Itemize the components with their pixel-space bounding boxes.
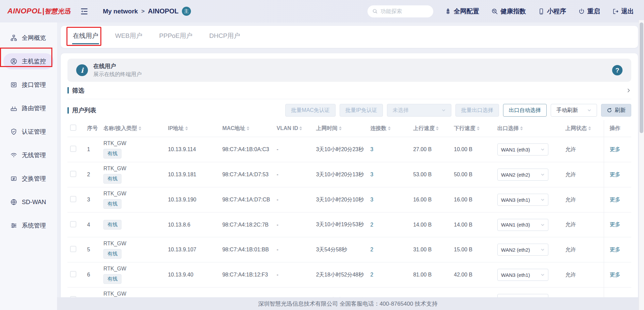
sidebar-item-host-monitor[interactable]: 主机监控 — [3, 53, 54, 69]
column-header[interactable]: 上网状态 — [563, 120, 604, 137]
chevron-down-icon — [541, 248, 545, 252]
logout-button[interactable]: 退出 — [612, 7, 634, 16]
refresh-button[interactable]: 刷新 — [601, 104, 631, 117]
refresh-icon — [607, 108, 612, 113]
batch-mac-auth-button[interactable]: 批量MAC免认证 — [285, 104, 336, 117]
sort-carets-icon[interactable] — [388, 126, 391, 130]
sort-carets-icon[interactable] — [247, 126, 249, 130]
auto-egress-button[interactable]: 出口自动选择 — [503, 104, 547, 117]
logout-label: 退出 — [621, 7, 634, 16]
tab-web-users[interactable]: WEB用户 — [114, 29, 143, 44]
sidebar-item-switch-mgmt[interactable]: 交换管理 — [3, 171, 54, 187]
device-name: RTK_GW — [103, 191, 162, 197]
egress-select[interactable]: WAN1 (eth3) — [497, 143, 548, 156]
cell-index: 6 — [85, 262, 101, 288]
connections-link[interactable]: 2 — [370, 247, 374, 252]
cell-ip: 10.13.8.6 — [165, 212, 219, 237]
health-index-button[interactable]: 健康指数 — [491, 7, 526, 16]
cell-vlan: - — [274, 212, 313, 237]
filter-section[interactable]: 筛选 — [67, 82, 631, 99]
cell-online-time: 3天10小时19分53秒 — [313, 212, 368, 237]
sort-carets-icon[interactable] — [520, 126, 523, 130]
refresh-mode-select[interactable]: 手动刷新 — [551, 104, 597, 117]
column-header[interactable]: 上行速度 — [410, 120, 451, 137]
sidebar-item-interface-mgmt[interactable]: 接口管理 — [3, 77, 54, 93]
sidebar-item-network-overview[interactable]: 全网概览 — [3, 30, 54, 46]
breadcrumb-current[interactable]: AINOPOL — [148, 7, 179, 15]
column-header[interactable]: 下行速度 — [451, 120, 495, 137]
breadcrumb-parent[interactable]: My network — [103, 8, 138, 15]
more-link[interactable]: 更多 — [609, 247, 620, 252]
connections-link[interactable]: 2 — [370, 272, 374, 277]
column-header[interactable]: MAC地址 — [219, 120, 274, 137]
sidebar-item-sdwan[interactable]: SD-WAN — [3, 194, 54, 210]
chevron-right-icon[interactable] — [626, 88, 631, 93]
sidebar-item-auth-mgmt[interactable]: 认证管理 — [3, 124, 54, 140]
more-link[interactable]: 更多 — [609, 272, 620, 277]
cell-status: 允许 — [563, 212, 604, 237]
column-header[interactable]: 序号 — [85, 120, 101, 137]
column-header[interactable]: VLAN ID — [274, 120, 313, 137]
restart-button[interactable]: 重启 — [578, 7, 600, 16]
column-header[interactable]: IP地址 — [165, 120, 219, 137]
egress-select[interactable]: WAN2 (eth2) — [497, 169, 548, 181]
egress-select[interactable]: WAN1 (eth3) — [497, 219, 548, 231]
breadcrumb-separator: > — [141, 8, 145, 15]
scrollbar-thumb[interactable] — [640, 22, 643, 133]
more-link[interactable]: 更多 — [609, 197, 620, 202]
batch-ip-auth-button[interactable]: 批量IP免认证 — [340, 104, 383, 117]
connections-link[interactable]: 3 — [370, 197, 374, 202]
sort-carets-icon[interactable] — [185, 126, 188, 130]
sort-carets-icon[interactable] — [139, 126, 141, 130]
egress-select[interactable]: WAN3 (eth1) — [497, 194, 548, 206]
batch-egress-apply-button[interactable]: 批量出口选择 — [455, 104, 499, 117]
row-checkbox[interactable] — [70, 246, 76, 252]
sdwan-globe-icon — [10, 198, 17, 206]
connections-link[interactable]: 3 — [370, 146, 374, 152]
menu-collapse-icon[interactable] — [80, 7, 89, 16]
egress-select[interactable]: WAN2 (eth2) — [497, 244, 548, 256]
more-link[interactable]: 更多 — [609, 222, 620, 227]
batch-egress-select[interactable]: 未选择 — [387, 104, 451, 117]
column-header[interactable]: 出口选择 — [495, 120, 562, 137]
help-icon[interactable]: ? — [612, 65, 623, 75]
more-link[interactable]: 更多 — [609, 146, 620, 152]
sort-carets-icon[interactable] — [588, 126, 591, 130]
connections-link[interactable]: 3 — [370, 172, 374, 177]
sidebar-item-route-mgmt[interactable]: 路由管理 — [3, 100, 54, 116]
sort-carets-icon[interactable] — [436, 126, 439, 130]
sort-carets-icon[interactable] — [339, 126, 342, 130]
cell-mac: 98:C7:A4:1B:01:BB — [219, 237, 274, 262]
column-header[interactable]: 操作 — [604, 120, 631, 137]
search-input[interactable] — [381, 8, 424, 14]
sidebar-item-wireless-mgmt[interactable]: 无线管理 — [3, 147, 54, 163]
row-checkbox[interactable] — [70, 221, 76, 227]
tab-online-users[interactable]: 在线用户 — [72, 29, 99, 44]
sort-carets-icon[interactable] — [299, 126, 302, 130]
cell-online-time: 3天10小时20分23秒 — [313, 137, 368, 162]
cell-egress: WAN1 (eth3) — [495, 212, 562, 237]
global-config-button[interactable]: 全网配置 — [445, 7, 479, 16]
tab-pppoe-users[interactable]: PPPoE用户 — [158, 29, 193, 44]
cell-vlan: - — [274, 187, 313, 212]
global-search[interactable] — [367, 5, 433, 17]
vertical-scrollbar[interactable] — [639, 20, 644, 310]
column-header[interactable]: 连接数 — [368, 120, 411, 137]
column-header[interactable]: 上网时间 — [313, 120, 368, 137]
egress-select[interactable]: WAN3 (eth1) — [497, 269, 548, 281]
sidebar-item-system-mgmt[interactable]: 系统管理 — [3, 218, 54, 234]
tab-dhcp-users[interactable]: DHCP用户 — [209, 29, 241, 44]
port-icon — [10, 81, 17, 88]
cell-online-time: 3天54分58秒 — [313, 237, 368, 262]
row-checkbox[interactable] — [70, 146, 76, 152]
mini-program-button[interactable]: 小程序 — [538, 7, 566, 16]
row-checkbox[interactable] — [70, 271, 76, 277]
more-link[interactable]: 更多 — [609, 172, 620, 177]
row-checkbox[interactable] — [70, 196, 76, 202]
row-checkbox[interactable] — [70, 171, 76, 177]
cell-ip: 10.13.9.181 — [165, 162, 219, 187]
column-header[interactable]: 名称/接入类型 — [101, 120, 165, 137]
sort-carets-icon[interactable] — [477, 126, 480, 130]
connections-link[interactable]: 2 — [370, 222, 374, 228]
select-all-checkbox[interactable] — [70, 125, 76, 131]
